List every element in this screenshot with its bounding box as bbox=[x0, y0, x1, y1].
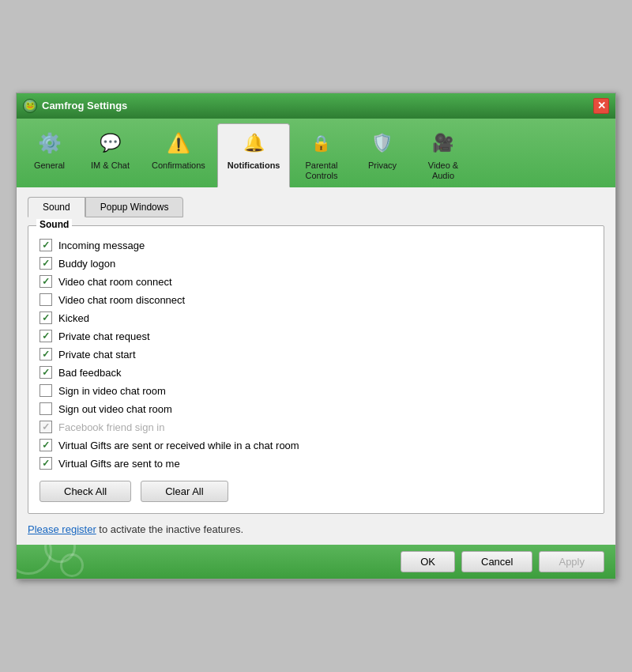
circle-2 bbox=[44, 545, 76, 563]
settings-window: 🐸 Camfrog Settings ✕ ⚙️ General 💬 IM & C… bbox=[16, 92, 616, 580]
notifications-icon: 🔔 bbox=[239, 129, 268, 157]
register-line: Please register to activate the inactive… bbox=[28, 523, 604, 535]
label-video-chat-connect: Video chat room connect bbox=[58, 276, 172, 288]
privacy-icon: 🛡️ bbox=[368, 129, 397, 157]
nav-label-privacy: Privacy bbox=[368, 160, 397, 171]
nav-label-imchat: IM & Chat bbox=[91, 160, 130, 171]
list-item: ✓ Kicked bbox=[40, 311, 592, 324]
checkbox-private-chat-request[interactable]: ✓ bbox=[40, 330, 52, 342]
apply-button[interactable]: Apply bbox=[539, 551, 604, 572]
list-item: ✓ Incoming message bbox=[40, 239, 592, 251]
confirmations-icon: ⚠️ bbox=[164, 129, 193, 157]
nav-item-parental[interactable]: 🔒 ParentalControls bbox=[292, 123, 351, 187]
nav-label-confirmations: Confirmations bbox=[152, 160, 205, 171]
list-item: ✓ Bad feedback bbox=[40, 366, 592, 379]
check-all-button[interactable]: Check All bbox=[40, 481, 131, 502]
checkbox-incoming-message[interactable]: ✓ bbox=[40, 239, 52, 251]
checkbox-virtual-gifts-room[interactable]: ✓ bbox=[40, 439, 52, 451]
list-item: Sign out video chat room bbox=[40, 402, 592, 415]
clear-all-button[interactable]: Clear All bbox=[141, 481, 228, 502]
cancel-button[interactable]: Cancel bbox=[461, 551, 532, 572]
tab-popup[interactable]: Popup Windows bbox=[85, 197, 184, 217]
list-item: ✓ Private chat start bbox=[40, 348, 592, 361]
sound-group-label: Sound bbox=[36, 219, 72, 230]
list-item: ✓ Virtual Gifts are sent or received whi… bbox=[40, 439, 592, 451]
label-kicked: Kicked bbox=[58, 312, 89, 324]
circle-3 bbox=[60, 553, 84, 577]
title-bar-left: 🐸 Camfrog Settings bbox=[23, 99, 127, 113]
nav-label-general: General bbox=[34, 160, 65, 171]
list-item: ✓ Facebook friend sign in bbox=[40, 421, 592, 433]
nav-label-parental: ParentalControls bbox=[305, 160, 337, 181]
video-icon: 🎥 bbox=[429, 129, 457, 157]
nav-item-notifications[interactable]: 🔔 Notifications bbox=[217, 123, 291, 187]
register-suffix: to activate the inactive features. bbox=[96, 523, 243, 535]
window-title: Camfrog Settings bbox=[42, 100, 127, 111]
list-item: ✓ Buddy logon bbox=[40, 257, 592, 270]
list-item: Video chat room disconnect bbox=[40, 293, 592, 306]
checkbox-virtual-gifts-me[interactable]: ✓ bbox=[40, 457, 52, 470]
checkbox-video-chat-connect[interactable]: ✓ bbox=[40, 275, 52, 288]
content-area: Sound Popup Windows Sound ✓ Incoming mes… bbox=[17, 187, 615, 545]
title-bar: 🐸 Camfrog Settings ✕ bbox=[17, 93, 615, 119]
nav-item-video[interactable]: 🎥 Video &Audio bbox=[413, 123, 472, 187]
ok-button[interactable]: OK bbox=[401, 551, 455, 572]
general-icon: ⚙️ bbox=[36, 129, 64, 157]
label-private-chat-request: Private chat request bbox=[58, 330, 150, 342]
tabs-row: Sound Popup Windows bbox=[28, 197, 604, 217]
circle-1 bbox=[17, 545, 52, 575]
list-item: ✓ Private chat request bbox=[40, 330, 592, 342]
label-sign-out-video: Sign out video chat room bbox=[58, 403, 172, 415]
checkbox-private-chat-start[interactable]: ✓ bbox=[40, 348, 52, 361]
list-item: Sign in video chat room bbox=[40, 384, 592, 397]
label-virtual-gifts-room: Virtual Gifts are sent or received while… bbox=[58, 440, 299, 451]
footer-bar: OK Cancel Apply bbox=[17, 545, 615, 579]
parental-icon: 🔒 bbox=[307, 129, 336, 157]
nav-bar: ⚙️ General 💬 IM & Chat ⚠️ Confirmations … bbox=[17, 119, 615, 187]
checkbox-sign-in-video[interactable] bbox=[40, 384, 52, 397]
checkbox-bad-feedback[interactable]: ✓ bbox=[40, 366, 52, 379]
nav-item-general[interactable]: ⚙️ General bbox=[20, 123, 79, 187]
close-button[interactable]: ✕ bbox=[593, 98, 609, 114]
checkbox-facebook-friend[interactable]: ✓ bbox=[40, 421, 52, 433]
label-sign-in-video: Sign in video chat room bbox=[58, 385, 166, 397]
sound-buttons-row: Check All Clear All bbox=[40, 481, 592, 502]
app-icon: 🐸 bbox=[23, 99, 37, 113]
register-link[interactable]: Please register bbox=[28, 523, 96, 535]
nav-item-imchat[interactable]: 💬 IM & Chat bbox=[81, 123, 140, 187]
checkbox-video-chat-disconnect[interactable] bbox=[40, 293, 52, 306]
tab-sound[interactable]: Sound bbox=[28, 197, 85, 217]
sound-group: Sound ✓ Incoming message ✓ Buddy logon ✓… bbox=[28, 225, 604, 514]
checkbox-buddy-logon[interactable]: ✓ bbox=[40, 257, 52, 270]
label-buddy-logon: Buddy logon bbox=[58, 258, 115, 270]
nav-item-confirmations[interactable]: ⚠️ Confirmations bbox=[141, 123, 216, 187]
imchat-icon: 💬 bbox=[96, 129, 125, 157]
nav-label-notifications: Notifications bbox=[228, 160, 280, 171]
list-item: ✓ Virtual Gifts are sent to me bbox=[40, 457, 592, 470]
label-virtual-gifts-me: Virtual Gifts are sent to me bbox=[58, 458, 180, 470]
label-private-chat-start: Private chat start bbox=[58, 349, 136, 361]
checkbox-sign-out-video[interactable] bbox=[40, 402, 52, 415]
label-bad-feedback: Bad feedback bbox=[58, 367, 122, 379]
label-video-chat-disconnect: Video chat room disconnect bbox=[58, 294, 185, 306]
list-item: ✓ Video chat room connect bbox=[40, 275, 592, 288]
nav-label-video: Video &Audio bbox=[428, 160, 458, 181]
label-incoming-message: Incoming message bbox=[58, 240, 145, 251]
checkbox-list: ✓ Incoming message ✓ Buddy logon ✓ Video… bbox=[40, 239, 592, 470]
label-facebook-friend: Facebook friend sign in bbox=[58, 421, 164, 433]
nav-item-privacy[interactable]: 🛡️ Privacy bbox=[352, 123, 412, 187]
checkbox-kicked[interactable]: ✓ bbox=[40, 311, 52, 324]
circles-decoration bbox=[17, 545, 111, 579]
